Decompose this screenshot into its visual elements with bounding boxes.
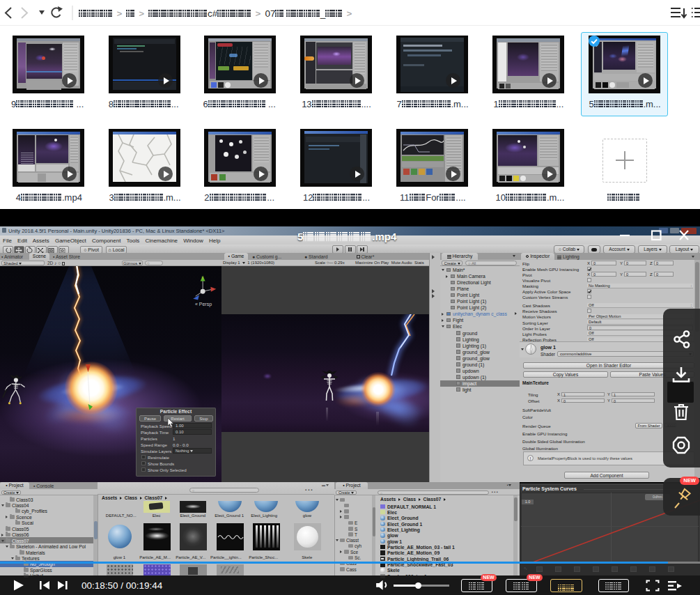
svg-text:y: y xyxy=(201,275,203,279)
